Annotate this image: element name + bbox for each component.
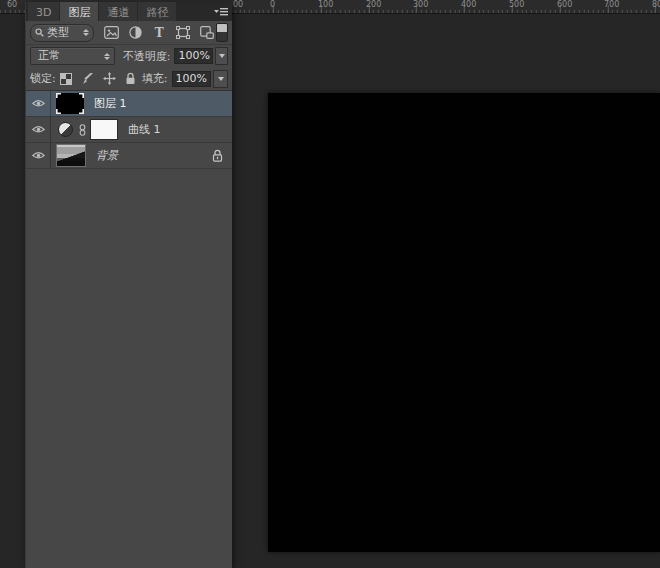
lock-row: 锁定:: [26, 67, 232, 91]
tab-layers[interactable]: 图层: [60, 2, 98, 21]
layer-row-layer-1[interactable]: 图层 1: [26, 91, 232, 117]
layer-row-background[interactable]: 背景: [26, 143, 232, 169]
layer-name[interactable]: 背景: [96, 148, 118, 163]
ruler-tick: 100: [318, 0, 333, 9]
opacity-value-field[interactable]: 100%: [174, 48, 213, 64]
lock-label: 锁定:: [30, 71, 56, 86]
filter-kind-label: 类型: [47, 26, 69, 40]
layer-filter-icons: T: [103, 25, 216, 41]
ruler-tick: 300: [413, 0, 428, 9]
search-icon: [35, 28, 44, 37]
fill-dropdown-button[interactable]: [213, 70, 228, 88]
updown-arrows-icon: [101, 53, 110, 60]
blend-row: 正常 不透明度: 100%: [26, 45, 232, 67]
updown-arrows-icon: [80, 29, 89, 36]
tab-paths[interactable]: 路径: [138, 2, 176, 21]
ruler-fragment-edge: 00: [233, 0, 243, 9]
filter-toggle-switch[interactable]: [216, 23, 228, 42]
adjustment-layer-icon[interactable]: [58, 122, 73, 137]
layer-thumbnail[interactable]: [56, 93, 84, 114]
layer-row-curves-1[interactable]: 曲线 1: [26, 117, 232, 143]
fill-label: 填充:: [142, 71, 168, 86]
filter-type-layers-icon[interactable]: T: [151, 25, 168, 41]
lock-all-icon[interactable]: [125, 72, 136, 85]
blend-mode-select[interactable]: 正常: [30, 47, 115, 65]
panel-menu-icon[interactable]: [214, 2, 228, 21]
lock-pixels-brush-icon[interactable]: [81, 73, 94, 85]
filter-shape-layers-icon[interactable]: [175, 25, 192, 41]
filter-kind-select[interactable]: 类型: [30, 24, 94, 42]
panel-tab-bar: 3D 图层 通道 路径: [26, 2, 232, 21]
ruler-tick: 200: [366, 0, 381, 9]
filter-smart-object-icon[interactable]: [199, 25, 216, 41]
layer-thumbnail[interactable]: [56, 144, 86, 167]
filter-adjustment-layers-icon[interactable]: [127, 25, 144, 41]
opacity-dropdown-button[interactable]: [215, 47, 228, 65]
lock-icons: [60, 72, 136, 85]
thumbnail-selection-corners: [56, 93, 84, 114]
mask-link-icon[interactable]: [79, 124, 86, 136]
visibility-eye-icon[interactable]: [26, 117, 51, 142]
tab-channels[interactable]: 通道: [99, 2, 137, 21]
filter-row: 类型 T: [26, 21, 232, 45]
layer-mask-thumbnail[interactable]: [90, 119, 118, 140]
ruler-tick: 0: [270, 0, 275, 9]
ruler-tick: 400: [461, 0, 476, 9]
filter-pixel-layers-icon[interactable]: [103, 25, 120, 41]
ruler-tick: 800: [652, 0, 660, 9]
panel-empty-area: [26, 169, 232, 568]
ruler-tick: 500: [509, 0, 524, 9]
fill-value-field[interactable]: 100%: [172, 71, 211, 87]
document-canvas[interactable]: [268, 93, 660, 552]
lock-transparency-icon[interactable]: [60, 73, 72, 85]
opacity-label: 不透明度:: [123, 49, 171, 64]
visibility-eye-icon[interactable]: [26, 91, 51, 116]
ruler-tick: 700: [604, 0, 619, 9]
visibility-eye-icon[interactable]: [26, 143, 51, 168]
lock-position-move-icon[interactable]: [103, 72, 116, 85]
blend-mode-value: 正常: [38, 49, 60, 63]
layer-name[interactable]: 曲线 1: [128, 122, 161, 137]
layer-name[interactable]: 图层 1: [94, 96, 127, 111]
ruler-tick: 600: [557, 0, 572, 9]
tab-3d[interactable]: 3D: [28, 2, 59, 21]
layers-panel: 3D 图层 通道 路径 类型: [25, 2, 232, 568]
background-lock-icon: [212, 149, 223, 162]
ruler-fragment-left: 60: [7, 0, 17, 9]
